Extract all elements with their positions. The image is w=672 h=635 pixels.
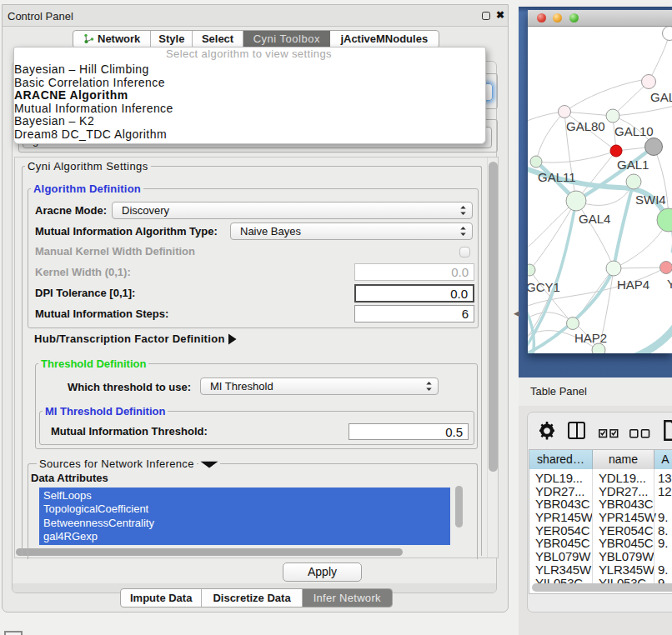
svg-text:GAL1: GAL1	[617, 158, 649, 172]
svg-text:GCY1: GCY1	[528, 280, 560, 294]
svg-text:GAL: GAL	[650, 90, 672, 104]
svg-text:GAL80: GAL80	[566, 119, 605, 133]
svg-text:Y: Y	[667, 277, 672, 291]
svg-text:HAP4: HAP4	[617, 278, 649, 292]
svg-text:GAL4: GAL4	[579, 212, 610, 226]
svg-text:SWI4: SWI4	[635, 192, 666, 207]
svg-text:GAL11: GAL11	[538, 170, 576, 184]
svg-text:GAL10: GAL10	[614, 124, 654, 138]
svg-text:HAP2: HAP2	[574, 331, 607, 345]
